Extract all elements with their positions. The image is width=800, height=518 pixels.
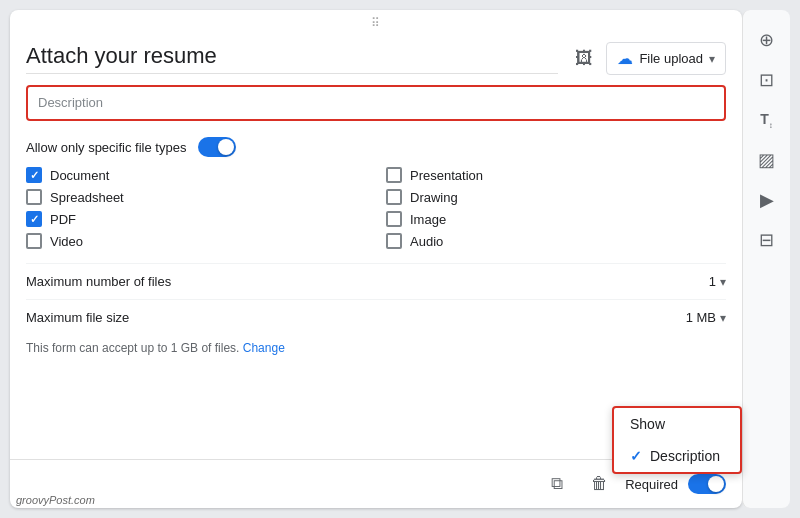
upload-label: File upload <box>639 51 703 66</box>
max-size-row: Maximum file size 1 MB ▾ <box>26 299 726 335</box>
upload-dropdown-arrow-icon: ▾ <box>709 52 715 66</box>
right-sidebar: ⊕ ⊡ T↕ ▨ ▶ ⊟ <box>742 10 790 508</box>
file-types-toggle-row: Allow only specific file types <box>26 137 726 157</box>
sidebar-add-icon[interactable]: ⊕ <box>749 22 785 58</box>
description-input[interactable]: Description <box>26 85 726 121</box>
delete-icon: 🗑 <box>591 474 608 494</box>
show-menu-label: Show <box>630 416 665 432</box>
checkbox-image[interactable]: Image <box>386 211 726 227</box>
checkbox-video-input[interactable] <box>26 233 42 249</box>
checkbox-drawing[interactable]: Drawing <box>386 189 726 205</box>
sidebar-import-icon[interactable]: ⊡ <box>749 62 785 98</box>
upload-cloud-icon: ☁ <box>617 49 633 68</box>
checkbox-video[interactable]: Video <box>26 233 366 249</box>
description-menu-item[interactable]: ✓ Description <box>614 440 740 472</box>
checkbox-audio[interactable]: Audio <box>386 233 726 249</box>
checkbox-audio-label: Audio <box>410 234 443 249</box>
sidebar-text-icon[interactable]: T↕ <box>749 102 785 138</box>
max-files-value-container[interactable]: 1 ▾ <box>709 274 726 289</box>
file-types-toggle[interactable] <box>198 137 236 157</box>
max-size-dropdown-icon: ▾ <box>720 311 726 325</box>
max-size-label: Maximum file size <box>26 310 676 325</box>
duplicate-button[interactable]: ⧉ <box>541 468 573 500</box>
description-placeholder: Description <box>38 95 103 110</box>
checkbox-document-input[interactable] <box>26 167 42 183</box>
drag-handle: ⠿ <box>10 10 742 32</box>
checkmark-icon: ✓ <box>630 448 642 464</box>
max-size-value: 1 MB <box>686 310 716 325</box>
checkbox-image-input[interactable] <box>386 211 402 227</box>
sidebar-video-icon[interactable]: ▶ <box>749 182 785 218</box>
checkbox-audio-input[interactable] <box>386 233 402 249</box>
max-files-row: Maximum number of files 1 ▾ <box>26 263 726 299</box>
required-toggle[interactable] <box>688 474 726 494</box>
question-title[interactable]: Attach your resume <box>26 43 558 74</box>
max-files-value: 1 <box>709 274 716 289</box>
sidebar-image-icon[interactable]: ▨ <box>749 142 785 178</box>
description-menu-label: Description <box>650 448 720 464</box>
checkbox-pdf-input[interactable] <box>26 211 42 227</box>
checkbox-presentation[interactable]: Presentation <box>386 167 726 183</box>
checkbox-pdf-label: PDF <box>50 212 76 227</box>
checkbox-spreadsheet-label: Spreadsheet <box>50 190 124 205</box>
change-link[interactable]: Change <box>243 341 285 355</box>
card-header: Attach your resume 🖼 ☁ File upload ▾ <box>10 32 742 81</box>
checkbox-document-label: Document <box>50 168 109 183</box>
file-types-grid: Document Presentation Spreadsheet Drawin… <box>26 167 726 249</box>
image-insert-button[interactable]: 🖼 <box>568 43 600 75</box>
copy-icon: ⧉ <box>551 474 563 494</box>
watermark: groovyPost.com <box>16 494 95 506</box>
checkbox-drawing-label: Drawing <box>410 190 458 205</box>
max-files-label: Maximum number of files <box>26 274 699 289</box>
note-content: This form can accept up to 1 GB of files… <box>26 341 239 355</box>
checkbox-presentation-label: Presentation <box>410 168 483 183</box>
max-size-value-container[interactable]: 1 MB ▾ <box>686 310 726 325</box>
sidebar-section-icon[interactable]: ⊟ <box>749 222 785 258</box>
delete-button[interactable]: 🗑 <box>583 468 615 500</box>
header-icons: 🖼 ☁ File upload ▾ <box>568 42 726 75</box>
required-label: Required <box>625 477 678 492</box>
note-text: This form can accept up to 1 GB of files… <box>26 341 726 355</box>
checkbox-pdf[interactable]: PDF <box>26 211 366 227</box>
image-icon: 🖼 <box>575 48 593 69</box>
checkbox-video-label: Video <box>50 234 83 249</box>
show-menu-item[interactable]: Show <box>614 408 740 440</box>
checkbox-presentation-input[interactable] <box>386 167 402 183</box>
show-dropdown-popup: Show ✓ Description <box>612 406 742 474</box>
checkbox-drawing-input[interactable] <box>386 189 402 205</box>
file-upload-dropdown[interactable]: ☁ File upload ▾ <box>606 42 726 75</box>
checkbox-spreadsheet-input[interactable] <box>26 189 42 205</box>
checkbox-document[interactable]: Document <box>26 167 366 183</box>
file-types-toggle-label: Allow only specific file types <box>26 140 186 155</box>
checkbox-image-label: Image <box>410 212 446 227</box>
checkbox-spreadsheet[interactable]: Spreadsheet <box>26 189 366 205</box>
max-files-dropdown-icon: ▾ <box>720 275 726 289</box>
